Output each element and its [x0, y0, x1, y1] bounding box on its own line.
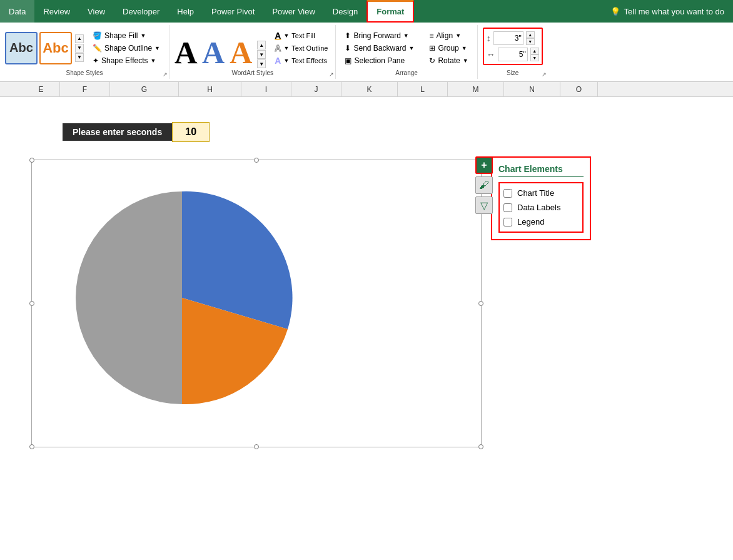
input-value[interactable]: 10 — [172, 122, 210, 142]
wordart-a-orange: A — [230, 37, 252, 68]
shape-style-btn-2[interactable]: Abc — [39, 32, 72, 64]
shape-style-btn-1[interactable]: Abc — [5, 32, 38, 64]
shape-scroll-up[interactable]: ▲ — [75, 34, 84, 43]
group-arrow: ▼ — [462, 45, 467, 51]
height-spin-down[interactable]: ▼ — [526, 38, 535, 45]
group-icon: ⊞ — [429, 44, 435, 53]
align-btn[interactable]: ≡ Align ▼ — [425, 30, 472, 41]
input-label: Please enter seconds — [63, 123, 172, 141]
col-e[interactable]: E — [23, 82, 60, 96]
chart-title-item[interactable]: Chart Title — [502, 186, 580, 200]
arrange-label: Arrange — [395, 68, 418, 76]
handle-tl[interactable] — [29, 158, 34, 163]
lightbulb-icon: 💡 — [610, 7, 620, 16]
data-labels-item[interactable]: Data Labels — [502, 200, 580, 215]
tab-format[interactable]: Format — [366, 0, 414, 23]
shape-styles-label: Shape Styles — [66, 68, 103, 76]
col-n[interactable]: N — [504, 82, 560, 96]
shape-scroll-expand[interactable]: ▼ — [75, 53, 84, 62]
selection-pane-btn[interactable]: ▣ Selection Pane — [341, 55, 418, 66]
wordart-scroll: ▲ ▼ ▼ — [257, 41, 266, 68]
legend-checkbox[interactable] — [503, 218, 512, 227]
col-l[interactable]: L — [398, 82, 448, 96]
text-fill-label: Text Fill — [291, 32, 315, 39]
shape-fill-icon: 🪣 — [93, 31, 102, 40]
tab-help[interactable]: Help — [168, 0, 203, 23]
height-input[interactable] — [493, 31, 523, 45]
search-tab[interactable]: 💡 Tell me what you want to do — [602, 0, 733, 23]
shape-fill-btn[interactable]: 🪣 Shape Fill ▼ — [89, 30, 164, 41]
wordart-scroll-up[interactable]: ▲ — [257, 41, 266, 49]
align-label: Align — [436, 31, 453, 40]
bring-forward-btn[interactable]: ⬆ Bring Forward ▼ — [341, 30, 418, 41]
chart-styles-btn[interactable]: 🖌 — [475, 176, 493, 194]
tab-review[interactable]: Review — [34, 0, 79, 23]
chart-title-label: Chart Title — [517, 188, 554, 198]
chart-container[interactable] — [31, 160, 482, 447]
shape-scroll-down[interactable]: ▼ — [75, 44, 84, 53]
legend-item[interactable]: Legend — [502, 215, 580, 229]
wordart-styles-group: A A A ▲ ▼ ▼ A ▼ Text Fill A ▼ Text — [169, 25, 336, 79]
chart-elements-panel: Chart Elements Chart Title Data Labels L… — [491, 156, 591, 240]
shape-outline-btn[interactable]: ✏️ Shape Outline ▼ — [89, 43, 164, 54]
handle-bl[interactable] — [29, 444, 34, 449]
width-spin-down[interactable]: ▼ — [530, 54, 539, 61]
tab-developer[interactable]: Developer — [114, 0, 168, 23]
shape-effects-btn[interactable]: ✦ Shape Effects ▼ — [89, 55, 164, 66]
plus-icon: + — [481, 160, 487, 171]
align-icon: ≡ — [429, 31, 433, 40]
col-h[interactable]: H — [179, 82, 241, 96]
wordart-scroll-down[interactable]: ▼ — [257, 50, 266, 59]
text-outline-btn[interactable]: A ▼ Text Outline — [272, 43, 330, 54]
col-i[interactable]: I — [241, 82, 291, 96]
bring-forward-arrow: ▼ — [403, 33, 409, 39]
handle-bc[interactable] — [254, 444, 259, 449]
send-backward-icon: ⬇ — [345, 44, 351, 53]
col-f[interactable]: F — [60, 82, 110, 96]
col-o[interactable]: O — [560, 82, 598, 96]
handle-tc[interactable] — [254, 158, 259, 163]
col-k[interactable]: K — [341, 82, 398, 96]
tab-power-pivot[interactable]: Power Pivot — [203, 0, 263, 23]
tab-design[interactable]: Design — [324, 0, 366, 23]
selection-pane-icon: ▣ — [345, 56, 351, 65]
chart-elements-btn[interactable]: + — [475, 156, 493, 174]
height-spin-up[interactable]: ▲ — [526, 31, 535, 38]
rotate-btn[interactable]: ↻ Rotate ▼ — [425, 55, 472, 66]
handle-ml[interactable] — [29, 301, 34, 306]
tab-view[interactable]: View — [79, 0, 114, 23]
chart-title-checkbox[interactable] — [503, 189, 512, 198]
width-spin-up[interactable]: ▲ — [530, 48, 539, 54]
chart-side-buttons: + 🖌 ▽ — [475, 156, 493, 214]
shape-styles-expand[interactable]: ↗ — [163, 71, 168, 78]
group-btn[interactable]: ⊞ Group ▼ — [425, 43, 472, 54]
col-j[interactable]: J — [291, 82, 341, 96]
text-effects-label: Text Effects — [291, 57, 327, 64]
text-fill-btn[interactable]: A ▼ Text Fill — [272, 30, 330, 41]
size-expand[interactable]: ↗ — [542, 71, 547, 78]
text-effects-btn[interactable]: A ▼ Text Effects — [272, 55, 330, 66]
shape-style-scroll: ▲ ▼ ▼ — [75, 34, 84, 62]
handle-mr[interactable] — [478, 301, 483, 306]
col-g[interactable]: G — [110, 82, 179, 96]
data-labels-checkbox[interactable] — [503, 203, 512, 212]
selection-pane-label: Selection Pane — [354, 56, 405, 65]
tab-power-view[interactable]: Power View — [263, 0, 323, 23]
width-input[interactable] — [498, 48, 528, 61]
group-label: Group — [438, 44, 458, 53]
tab-data[interactable]: Data — [0, 0, 34, 23]
shape-outline-arrow: ▼ — [154, 45, 160, 51]
send-backward-btn[interactable]: ⬇ Send Backward ▼ — [341, 43, 418, 54]
col-m[interactable]: M — [448, 82, 504, 96]
arrange-left-col: ⬆ Bring Forward ▼ ⬇ Send Backward ▼ ▣ Se… — [341, 30, 418, 66]
shape-effects-arrow: ▼ — [151, 58, 156, 64]
handle-br[interactable] — [478, 444, 483, 449]
text-effects-arrow: ▼ — [283, 58, 289, 64]
align-arrow: ▼ — [455, 33, 461, 39]
chart-filters-btn[interactable]: ▽ — [475, 196, 493, 214]
arrange-right-col: ≡ Align ▼ ⊞ Group ▼ ↻ Rotate ▼ — [425, 30, 472, 66]
shape-styles-group: Abc Abc ▲ ▼ ▼ 🪣 Shape Fill ▼ ✏️ — [0, 25, 169, 79]
wordart-styles-label: WordArt Styles — [231, 68, 273, 76]
wordart-styles-expand[interactable]: ↗ — [329, 71, 334, 78]
wordart-scroll-expand[interactable]: ▼ — [257, 59, 266, 68]
